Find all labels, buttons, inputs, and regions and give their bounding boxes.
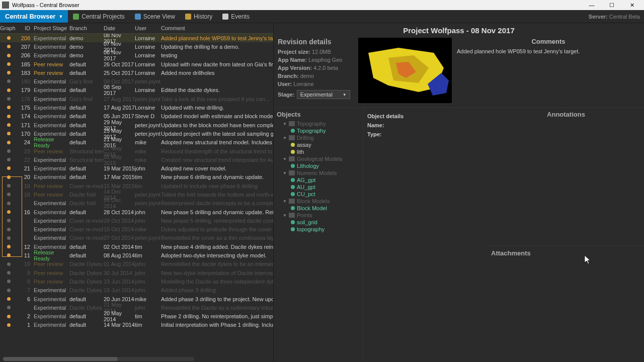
stage-label: Stage: (278, 92, 295, 98)
col-comment[interactable]: Comment (161, 25, 273, 31)
object-icon (291, 150, 295, 154)
table-row[interactable]: 174Experimentaldefault05 Jun 2017Steve D… (0, 112, 273, 121)
app-version: App Version: 4.2.0 beta (278, 64, 353, 72)
object-details-title: Object details (367, 112, 484, 121)
table-row[interactable]: 206Experimentaldemo06 Nov 2017Lorrainete… (0, 51, 273, 60)
tree-item[interactable]: lith (277, 148, 360, 155)
close-button[interactable]: ✕ (622, 0, 642, 10)
table-row[interactable]: 11Release Readydefault08 Aug 2014timAdop… (0, 251, 273, 259)
col-graph[interactable]: Graph (0, 25, 18, 31)
tab-central-projects[interactable]: Central Projects (68, 10, 129, 23)
table-row[interactable]: 180ExperimentalGia's find08 Oct 2017pete… (0, 77, 273, 85)
table-row[interactable]: 10Peer reviewDacite Dykes01 Aug 2014john… (0, 260, 273, 268)
object-icon (291, 227, 295, 231)
comments-text: Added planned hole WP059 to test Jenny's… (457, 48, 640, 54)
object-icon (291, 206, 295, 210)
projects-icon (73, 14, 79, 20)
project-title: Project Wolfpass - 08 Nov 2017 (274, 23, 644, 38)
object-icon (291, 192, 295, 196)
chevron-down-icon: ▼ (58, 14, 63, 19)
stage-dropdown[interactable]: Experimental▼ (297, 90, 350, 99)
table-row[interactable]: 185Peer reviewdefault26 Oct 2017Lorraine… (0, 60, 273, 68)
app-icon (2, 2, 9, 9)
table-row[interactable]: 207Experimentaldemo07 Nov 2017LorraineUp… (0, 42, 273, 51)
object-icon (291, 220, 295, 224)
user: User: Lorraine (278, 80, 353, 88)
horizontal-scrollbar[interactable] (3, 357, 194, 361)
table-row[interactable]: 9Peer reviewDacite Dykes30 Jul 2014johnN… (0, 268, 273, 277)
annotations-title: Annotations (491, 111, 641, 118)
table-row[interactable]: ExperimentalCover re-mod15 Oct 2014mikeD… (0, 225, 273, 234)
tab-history[interactable]: History (180, 10, 217, 23)
project-size: Project size: 12.0MB (278, 48, 353, 56)
table-row[interactable]: 2Experimentaldefault20 May 2014timPhase … (0, 312, 273, 321)
tree-item[interactable]: topography (277, 226, 360, 233)
history-icon (185, 14, 191, 20)
revision-details-title: Revision details (278, 38, 353, 46)
revision-table: Graph ID Project Stage Branch Date User … (0, 23, 273, 362)
attachments-title: Attachments (491, 249, 641, 257)
tree-item[interactable]: ▼Drilling (277, 134, 360, 141)
tree-item[interactable]: ▼Numeric Models (277, 169, 360, 176)
table-row[interactable]: 175Experimentaldefault17 Aug 2017Lorrain… (0, 103, 273, 112)
tree-item[interactable]: assay (277, 141, 360, 148)
server-indicator: Server: Central Beta (585, 14, 644, 20)
folder-icon (289, 199, 295, 204)
scene-thumbnail[interactable] (358, 38, 452, 103)
table-row[interactable]: 176ExperimentalGia's find27 Aug 2017pete… (0, 95, 273, 103)
table-row[interactable]: 183Peer reviewdefault25 Oct 2017Lorraine… (0, 68, 273, 77)
table-row[interactable]: 19Peer reviewCover re-mod15 Mar 2015timU… (0, 182, 273, 190)
table-row[interactable]: 21Experimentaldefault19 Mar 2015johnAdop… (0, 164, 273, 172)
col-user[interactable]: User (135, 25, 161, 31)
tree-item[interactable]: soil_grid (277, 219, 360, 226)
table-row[interactable]: 179Experimentaldefault08 Sep 2017Lorrain… (0, 86, 273, 95)
central-browser-menu[interactable]: Central Browser▼ (0, 10, 68, 23)
object-icon (291, 178, 295, 182)
tree-item[interactable]: Topography (277, 127, 360, 134)
table-row[interactable]: 7ExperimentalDacite Dykes19 Jun 2014john… (0, 286, 273, 295)
table-row[interactable]: ExperimentalCover re-mod07 Oct 2014peter… (0, 234, 273, 242)
table-row[interactable]: ExperimentalDacite fold09 Dec 2014peter.… (0, 199, 273, 208)
table-row[interactable]: 171Experimentaldefault29 May 2017peter.j… (0, 121, 273, 129)
tree-item[interactable]: ▼Topography (277, 120, 360, 127)
object-icon (291, 129, 295, 133)
table-row[interactable]: 1Experimentaldefault14 Mar 2014timInitia… (0, 321, 273, 329)
table-row[interactable]: 24Release Readydefault21 May 2015mikeAdo… (0, 138, 273, 147)
events-icon (222, 14, 228, 20)
table-row[interactable]: ExperimentalCover re-mod28 Oct 2014johnN… (0, 216, 273, 225)
col-branch[interactable]: Branch (69, 25, 104, 31)
tree-item[interactable]: ▼Points (277, 212, 360, 219)
maximize-button[interactable]: ☐ (602, 0, 622, 10)
object-name: Name: (367, 121, 484, 130)
folder-icon (289, 170, 295, 175)
tree-item[interactable]: ▼Block Models (277, 198, 360, 205)
table-row[interactable]: 16Experimentaldefault28 Oct 2014johnNew … (0, 208, 273, 216)
tree-item[interactable]: AG_gpt (277, 176, 360, 184)
window-title: Wolfpass - Central Browser (12, 2, 79, 8)
table-row[interactable]: 6Experimentaldefault20 Jun 2014mikeAdded… (0, 295, 273, 303)
minimize-button[interactable]: — (582, 0, 602, 10)
col-id[interactable]: ID (18, 25, 32, 31)
folder-icon (289, 213, 295, 218)
col-date[interactable]: Date (104, 25, 135, 31)
tree-item[interactable]: Block Model (277, 205, 360, 212)
top-toolbar: Central Browser▼ Central Projects Scene … (0, 10, 644, 23)
app-name: App Name: Leapfrog Geo (278, 56, 353, 64)
table-row[interactable]: 208Experimentaldemo08 Nov 2017LorraineAd… (0, 34, 273, 42)
tree-item[interactable]: CU_pct (277, 191, 360, 198)
table-row[interactable]: 20Experimentaldefault17 Mar 2015timNew p… (0, 173, 273, 182)
title-bar: Wolfpass - Central Browser — ☐ ✕ (0, 0, 644, 10)
table-row[interactable]: 18Peer reviewDacite fold14 Dec 2014peter… (0, 190, 273, 199)
tab-events[interactable]: Events (217, 10, 255, 23)
tree-item[interactable]: AU_gpt (277, 184, 360, 191)
table-row[interactable]: 22ExperimentalStructural tren01 May 2015… (0, 155, 273, 164)
objects-title: Objects (277, 111, 360, 118)
table-row[interactable]: 23Peer reviewStructural tren01 May 2015m… (0, 147, 273, 155)
col-stage[interactable]: Project Stage (32, 25, 69, 31)
folder-icon (289, 156, 295, 161)
tree-item[interactable]: ▼Geological Models (277, 155, 360, 162)
table-row[interactable]: ExperimentalDacite Dykes21 May 2014johnR… (0, 303, 273, 312)
tab-scene-view[interactable]: Scene View (130, 10, 180, 23)
table-row[interactable]: 8Peer reviewDacite Dykes23 Jun 2014johnM… (0, 277, 273, 286)
tree-item[interactable]: Lithology (277, 162, 360, 169)
